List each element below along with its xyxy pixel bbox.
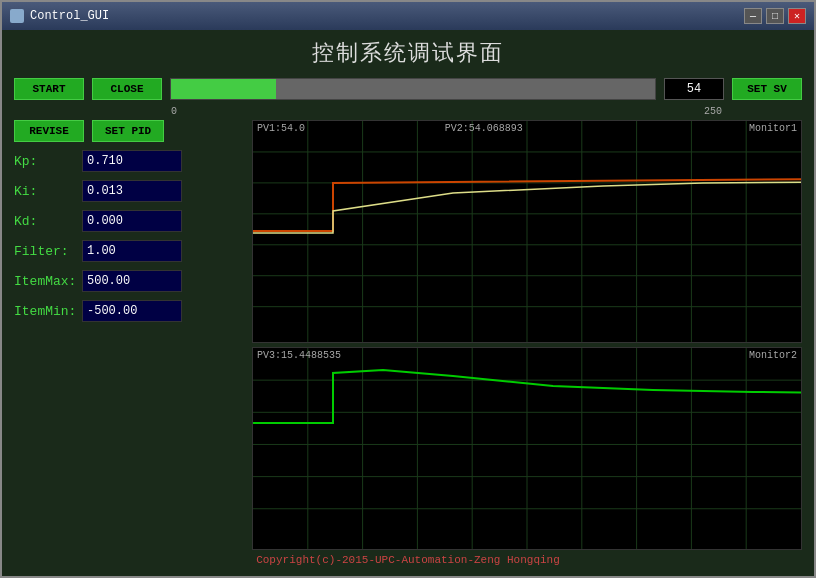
- sv-input[interactable]: [664, 78, 724, 100]
- window-title: Control_GUI: [30, 9, 109, 23]
- set-pid-button[interactable]: SET PID: [92, 120, 164, 142]
- left-panel: REVISE SET PID Kp: Ki: Kd: Filter:: [14, 120, 244, 550]
- window-frame: Control_GUI — □ ✕ 控制系统调试界面 START CLOSE S…: [0, 0, 816, 578]
- filter-input[interactable]: [82, 240, 182, 262]
- minimize-button[interactable]: —: [744, 8, 762, 24]
- right-panel: PV1:54.0 PV2:54.068893 Monitor1: [252, 120, 802, 550]
- itemmin-label: ItemMin:: [14, 304, 74, 319]
- set-sv-button[interactable]: SET SV: [732, 78, 802, 100]
- monitor1-label: Monitor1: [749, 123, 797, 134]
- monitor1-grid: [253, 121, 801, 342]
- monitor2-label: Monitor2: [749, 350, 797, 361]
- app-icon: [10, 9, 24, 23]
- body-row: REVISE SET PID Kp: Ki: Kd: Filter:: [14, 120, 802, 550]
- itemmax-input[interactable]: [82, 270, 182, 292]
- filter-row: Filter:: [14, 240, 244, 262]
- progress-bar: [170, 78, 656, 100]
- page-title: 控制系统调试界面: [14, 38, 802, 68]
- itemmin-row: ItemMin:: [14, 300, 244, 322]
- monitor2-pv3: PV3:15.4488535: [257, 350, 341, 361]
- progress-fill: [171, 79, 276, 99]
- monitor1-pv2: PV2:54.068893: [445, 123, 523, 134]
- ki-input[interactable]: [82, 180, 182, 202]
- itemmax-row: ItemMax:: [14, 270, 244, 292]
- maximize-button[interactable]: □: [766, 8, 784, 24]
- monitor2-chart: PV3:15.4488535 Monitor2: [252, 347, 802, 550]
- kd-label: Kd:: [14, 214, 74, 229]
- ki-label: Ki:: [14, 184, 74, 199]
- monitor2-grid: [253, 348, 801, 549]
- kp-label: Kp:: [14, 154, 74, 169]
- copyright-text: Copyright(c)-2015-UPC-Automation-Zeng Ho…: [256, 554, 560, 566]
- monitor1-chart: PV1:54.0 PV2:54.068893 Monitor1: [252, 120, 802, 343]
- kp-row: Kp:: [14, 150, 244, 172]
- kd-input[interactable]: [82, 210, 182, 232]
- footer: Copyright(c)-2015-UPC-Automation-Zeng Ho…: [14, 550, 802, 568]
- kp-input[interactable]: [82, 150, 182, 172]
- main-content: 控制系统调试界面 START CLOSE SET SV 0 250 REVISE…: [2, 30, 814, 576]
- pid-btn-row: REVISE SET PID: [14, 120, 244, 142]
- close-button[interactable]: CLOSE: [92, 78, 162, 100]
- filter-label: Filter:: [14, 244, 74, 259]
- title-bar-left: Control_GUI: [10, 9, 109, 23]
- title-bar: Control_GUI — □ ✕: [2, 2, 814, 30]
- window-controls: — □ ✕: [744, 8, 806, 24]
- revise-button[interactable]: REVISE: [14, 120, 84, 142]
- monitor1-pv1: PV1:54.0: [257, 123, 305, 134]
- top-controls: START CLOSE SET SV: [14, 78, 802, 100]
- progress-min-label: 0: [171, 106, 177, 117]
- ki-row: Ki:: [14, 180, 244, 202]
- close-window-button[interactable]: ✕: [788, 8, 806, 24]
- itemmin-input[interactable]: [82, 300, 182, 322]
- start-button[interactable]: START: [14, 78, 84, 100]
- progress-gray: [276, 79, 655, 99]
- progress-max-label: 250: [704, 106, 722, 117]
- itemmax-label: ItemMax:: [14, 274, 74, 289]
- kd-row: Kd:: [14, 210, 244, 232]
